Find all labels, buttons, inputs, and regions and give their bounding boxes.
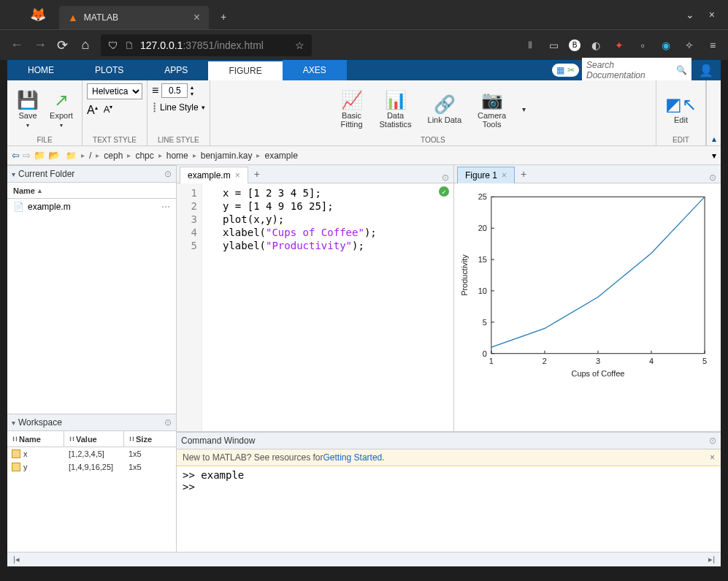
back-folder-icon[interactable]: ⇦ [12, 150, 20, 161]
file-row[interactable]: example.m ⋯ [7, 199, 176, 215]
figure-menu-icon[interactable]: ⊙ [709, 172, 716, 183]
back-button[interactable]: ← [7, 34, 23, 56]
tab-close-icon[interactable]: × [194, 11, 200, 24]
line-style-icon: ┋ [152, 102, 157, 113]
ext-icon-1[interactable]: ◐ [588, 37, 604, 54]
tab-figure[interactable]: FIGURE [208, 60, 282, 80]
browser-tab[interactable]: ▲ MATLAB × [59, 6, 209, 29]
getting-started-link[interactable]: Getting Started [323, 452, 383, 463]
data-statistics-button[interactable]: 📊Data Statistics [375, 88, 416, 130]
banner-close-icon[interactable]: × [710, 452, 715, 463]
font-decrease-button[interactable]: A▾ [104, 104, 113, 117]
layout-icon[interactable]: ▦ [556, 65, 564, 75]
bc-5[interactable]: example [264, 151, 297, 161]
code-lines[interactable]: x = [1 2 3 4 5]; y = [1 4 9 16 25]; plot… [202, 183, 439, 431]
toolstrip-minimize-icon[interactable]: ▴ [706, 80, 721, 145]
status-ok-icon: ✓ [439, 186, 449, 197]
url-bar[interactable]: 🛡 🗋 127.0.0.1:37851/index.html ☆ [101, 34, 312, 56]
search-doc-placeholder: Search Documentation [586, 60, 673, 80]
font-increase-button[interactable]: A▴ [87, 104, 98, 117]
panel-menu-icon[interactable]: ⊙ [164, 417, 172, 428]
close-tab-icon[interactable]: × [235, 170, 240, 181]
code-editor[interactable]: 12345 x = [1 2 3 4 5]; y = [1 4 9 16 25]… [177, 183, 453, 431]
bc-3[interactable]: home [166, 151, 188, 161]
line-style-button[interactable]: ┋ Line Style ▾ [152, 102, 205, 113]
search-doc-input[interactable]: Search Documentation 🔍 [582, 58, 691, 83]
cut-icon[interactable]: ✂ [567, 65, 575, 75]
search-icon[interactable]: 🔍 [676, 65, 687, 75]
left-sidebar: ▾ Current Folder ⊙ Name▲ example.m ⋯ ▾ W… [7, 165, 177, 552]
workspace-header[interactable]: ▾ Workspace ⊙ [7, 414, 176, 431]
close-tab-icon[interactable]: × [502, 170, 507, 181]
collapse-icon[interactable]: ▾ [12, 170, 15, 178]
window-min-icon[interactable]: ⌄ [686, 9, 694, 20]
editor-tab[interactable]: example.m × [180, 167, 248, 183]
ext-b-icon[interactable]: B [569, 39, 581, 51]
editor-menu-icon[interactable]: ⊙ [442, 172, 449, 183]
camera-tools-button[interactable]: 📷Camera Tools [473, 88, 510, 130]
tab-axes[interactable]: AXES [283, 60, 347, 80]
bc-2[interactable]: chpc [135, 151, 153, 161]
current-folder-label: Current Folder [18, 169, 74, 179]
tab-plots[interactable]: PLOTS [74, 60, 144, 80]
panel-menu-icon[interactable]: ⊙ [164, 169, 172, 179]
command-input[interactable]: >> example >> [177, 466, 721, 552]
bc-4[interactable]: benjamin.kay [201, 151, 253, 161]
line-thickness-icon: ≡ [152, 84, 158, 97]
bookmark-star-icon[interactable]: ☆ [295, 39, 304, 51]
font-family-select[interactable]: Helvetica [87, 83, 142, 99]
library-icon[interactable]: ⫴ [522, 36, 538, 54]
svg-rect-0 [491, 197, 705, 353]
window-close-icon[interactable]: × [709, 9, 715, 20]
forward-button[interactable]: → [31, 34, 47, 56]
save-button[interactable]: 💾Save [12, 88, 44, 130]
tab-apps[interactable]: APPS [144, 60, 208, 80]
figure-plot[interactable]: 051015202512345Cups of CoffeeProductivit… [454, 183, 721, 431]
workspace-row[interactable]: x [1,2,3,4,5] 1x5 [7, 447, 176, 460]
ext-icon-2[interactable]: ✦ [611, 37, 627, 54]
workspace-row[interactable]: y [1,4,9,16,25] 1x5 [7, 460, 176, 474]
command-window-header[interactable]: Command Window ⊙ [177, 432, 721, 449]
reader-icon[interactable]: ▭ [545, 37, 562, 54]
tab-home[interactable]: HOME [7, 60, 74, 80]
svg-text:5: 5 [702, 357, 707, 365]
line-gutter: 12345 [177, 183, 202, 431]
panel-menu-icon[interactable]: ⊙ [709, 436, 716, 446]
line-width-input[interactable] [161, 83, 188, 98]
group-edit: ◩↖Edit EDIT [656, 80, 706, 145]
breadcrumb: 📁 ▸/ ▸ceph ▸chpc ▸home ▸benjamin.kay ▸ex… [66, 151, 298, 161]
address-history-icon[interactable]: ▾ [712, 151, 716, 161]
status-left-icon[interactable]: |◂ [13, 555, 20, 564]
extensions-icon[interactable]: ✧ [681, 37, 697, 54]
figure-tab[interactable]: Figure 1 × [457, 167, 515, 183]
link-data-button[interactable]: 🔗Link Data [424, 92, 466, 126]
tools-more-button[interactable]: ▾ [518, 104, 530, 115]
up-folder-icon[interactable]: 📁 [34, 150, 45, 161]
shield-icon: 🛡 [108, 39, 118, 51]
status-right-icon[interactable]: ▸| [708, 555, 715, 564]
new-editor-tab-icon[interactable]: + [248, 165, 266, 183]
collapse-icon[interactable]: ▾ [12, 419, 15, 427]
ext-icon-3[interactable]: ▫ [635, 37, 651, 54]
current-folder-header[interactable]: ▾ Current Folder ⊙ [7, 165, 176, 183]
export-button[interactable]: ↗Export [45, 88, 77, 130]
bc-1[interactable]: ceph [104, 151, 123, 161]
new-tab-button[interactable]: + [215, 8, 232, 26]
bc-root[interactable]: / [89, 151, 91, 161]
menu-icon[interactable]: ≡ [705, 37, 721, 54]
forward-folder-icon[interactable]: ⇨ [23, 150, 31, 161]
home-button[interactable]: ⌂ [77, 34, 93, 56]
command-window: Command Window ⊙ New to MATLAB? See reso… [177, 432, 721, 552]
file-name: example.m [28, 202, 71, 212]
browse-folder-icon[interactable]: 📂 [48, 150, 60, 161]
variable-icon [12, 463, 20, 471]
edit-button[interactable]: ◩↖Edit [661, 92, 701, 126]
new-figure-tab-icon[interactable]: + [515, 165, 532, 183]
basic-fitting-button[interactable]: 📈Basic Fitting [336, 88, 368, 130]
ext-icon-4[interactable]: ◉ [658, 37, 674, 54]
login-icon[interactable]: 👤 [694, 64, 718, 77]
cf-columns[interactable]: Name▲ [7, 183, 176, 199]
reload-button[interactable]: ⟳ [54, 34, 70, 56]
editor-row: example.m × + ⊙ 12345 x = [1 2 3 4 5]; y… [177, 165, 721, 432]
file-more-icon[interactable]: ⋯ [161, 202, 170, 212]
